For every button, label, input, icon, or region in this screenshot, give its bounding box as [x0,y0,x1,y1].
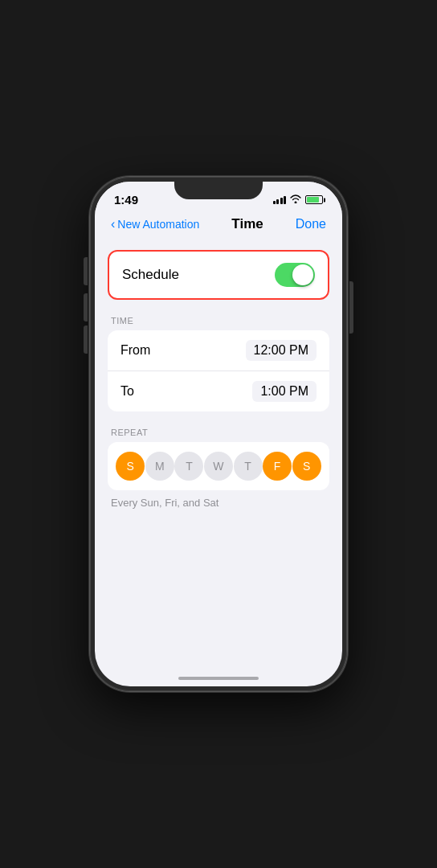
days-row: S M T W T F S [108,442,329,490]
to-value: 1:00 PM [252,381,317,402]
day-saturday[interactable]: S [292,452,321,481]
battery-icon [305,195,323,204]
day-monday[interactable]: M [145,452,174,481]
phone-screen: 1:49 [95,182,342,686]
home-indicator[interactable] [178,677,259,680]
schedule-row: Schedule [108,250,329,300]
from-label: From [120,343,150,358]
phone-frame: 1:49 [90,177,347,691]
time-table: From 12:00 PM To 1:00 PM [108,330,329,411]
back-label: New Automation [117,218,199,231]
nav-header: ‹ New Automation Time Done [95,210,342,242]
content-area: Schedule TIME From 12:00 PM To 1:00 PM [95,242,342,523]
day-tuesday[interactable]: T [174,452,203,481]
status-time: 1:49 [114,193,138,207]
day-sunday[interactable]: S [116,452,145,481]
to-label: To [120,384,134,399]
day-friday[interactable]: F [263,452,292,481]
time-section-label: TIME [108,316,329,326]
signal-icon [273,196,287,204]
schedule-toggle[interactable] [275,263,315,287]
repeat-section: REPEAT S M T W T F S Every Sun, Fri, and… [108,428,329,509]
notch [174,182,263,199]
page-title: Time [231,216,263,232]
battery-fill [307,197,319,203]
wifi-icon [290,194,301,206]
status-icons [273,194,324,206]
from-value: 12:00 PM [246,340,317,361]
to-row[interactable]: To 1:00 PM [108,371,329,411]
time-section: TIME From 12:00 PM To 1:00 PM [108,316,329,411]
day-thursday[interactable]: T [234,452,263,481]
repeat-caption: Every Sun, Fri, and Sat [108,497,329,509]
day-wednesday[interactable]: W [204,452,233,481]
chevron-left-icon: ‹ [111,217,115,231]
done-button[interactable]: Done [296,217,326,231]
repeat-section-label: REPEAT [108,428,329,437]
schedule-label: Schedule [122,267,179,283]
toggle-knob [292,264,313,285]
back-button[interactable]: ‹ New Automation [111,217,199,231]
from-row[interactable]: From 12:00 PM [108,330,329,371]
